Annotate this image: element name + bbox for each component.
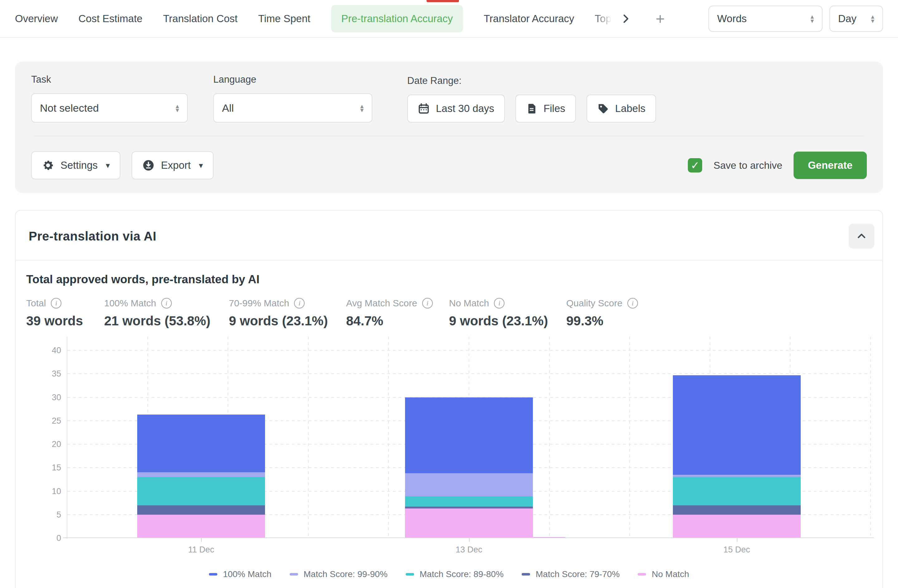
- date-range-button[interactable]: Last 30 days: [407, 94, 505, 123]
- file-icon: [526, 103, 537, 114]
- chart-plot-area: [67, 350, 870, 538]
- gear-icon: [42, 159, 54, 172]
- info-icon[interactable]: i: [294, 298, 304, 308]
- stat-value: 99.3%: [566, 314, 638, 328]
- bar-segment[interactable]: [137, 472, 265, 477]
- files-button-label: Files: [543, 103, 565, 114]
- x-axis: [63, 537, 874, 538]
- chevron-up-icon: [856, 231, 867, 242]
- x-tick-label: 13 Dec: [455, 545, 482, 555]
- files-button[interactable]: Files: [515, 94, 576, 123]
- plus-icon: +: [656, 11, 665, 26]
- chart-legend: 100% MatchMatch Score: 99-90%Match Score…: [26, 569, 872, 579]
- settings-button[interactable]: Settings ▾: [31, 151, 120, 179]
- info-icon[interactable]: i: [627, 298, 638, 308]
- bar-segment[interactable]: [673, 505, 801, 515]
- tab-translator-accuracy[interactable]: Translator Accuracy: [484, 13, 574, 25]
- bar-segment[interactable]: [137, 414, 265, 472]
- settings-button-label: Settings: [60, 159, 98, 171]
- labels-button-label: Labels: [615, 103, 646, 114]
- y-tick-label: 20: [26, 440, 61, 449]
- bar-segment[interactable]: [673, 375, 801, 475]
- bar-segment[interactable]: [673, 475, 801, 477]
- bar-segment[interactable]: [405, 473, 533, 496]
- tabs-scroll-right-button[interactable]: [620, 14, 631, 24]
- select-arrows-icon: ▴▾: [810, 14, 814, 23]
- tag-icon: [597, 103, 609, 114]
- tab-cost-estimate[interactable]: Cost Estimate: [78, 13, 143, 25]
- legend-item[interactable]: 100% Match: [209, 569, 272, 579]
- unit-select-value: Words: [717, 13, 747, 25]
- task-select[interactable]: Not selected ▴▾: [31, 93, 188, 123]
- legend-label: Match Score: 99-90%: [304, 569, 387, 579]
- info-icon[interactable]: i: [161, 298, 172, 308]
- tab-overview[interactable]: Overview: [15, 13, 58, 25]
- language-select[interactable]: All ▴▾: [213, 93, 372, 123]
- tab-top-truncated[interactable]: Top: [595, 13, 612, 25]
- check-icon: ✓: [690, 159, 700, 172]
- generate-button[interactable]: Generate: [793, 152, 867, 179]
- task-label: Task: [31, 74, 213, 85]
- export-button[interactable]: Export ▾: [132, 151, 213, 179]
- info-icon[interactable]: i: [494, 298, 504, 308]
- collapse-card-button[interactable]: [849, 224, 874, 249]
- legend-swatch-icon: [522, 573, 530, 576]
- legend-label: No Match: [652, 569, 689, 579]
- y-tick-label: 10: [26, 486, 61, 496]
- select-arrows-icon: ▴▾: [360, 104, 364, 112]
- y-tick-label: 15: [26, 463, 61, 473]
- info-icon[interactable]: i: [51, 298, 62, 308]
- bar-segment[interactable]: [405, 496, 533, 506]
- legend-item[interactable]: No Match: [638, 569, 689, 579]
- bar-segment[interactable]: [405, 397, 533, 474]
- legend-swatch-icon: [209, 573, 217, 576]
- granularity-select[interactable]: Day ▴▾: [829, 6, 883, 32]
- legend-item[interactable]: Match Score: 79-70%: [522, 569, 620, 579]
- stat-label: Total: [26, 298, 46, 308]
- save-to-archive-checkbox[interactable]: ✓: [688, 158, 702, 172]
- bar-segment[interactable]: [405, 506, 533, 508]
- stat-label: No Match: [449, 298, 489, 308]
- bar-segment[interactable]: [137, 505, 265, 515]
- y-tick-label: 40: [26, 346, 61, 355]
- labels-button[interactable]: Labels: [586, 94, 656, 123]
- stat-label: Quality Score: [566, 298, 622, 308]
- language-label: Language: [213, 74, 372, 85]
- pre-translation-card: Pre-translation via AI Total approved wo…: [15, 210, 883, 588]
- stat-value: 39 words: [26, 314, 104, 328]
- tab-translation-cost[interactable]: Translation Cost: [163, 13, 238, 25]
- screen-share-indicator: [426, 0, 459, 2]
- legend-label: 100% Match: [223, 569, 272, 579]
- legend-item[interactable]: Match Score: 89-80%: [406, 569, 504, 579]
- stat-70-99-match: 70-99% Matchi 9 words (23.1%): [229, 298, 346, 328]
- bar-segment[interactable]: [673, 477, 801, 505]
- unit-select[interactable]: Words ▴▾: [709, 6, 823, 32]
- tab-time-spent[interactable]: Time Spent: [258, 13, 311, 25]
- bar-segment[interactable]: [137, 515, 265, 538]
- select-arrows-icon: ▴▾: [175, 104, 179, 112]
- legend-label: Match Score: 79-70%: [536, 569, 620, 579]
- x-tick-label: 15 Dec: [723, 545, 750, 555]
- legend-swatch-icon: [290, 573, 298, 576]
- add-tab-button[interactable]: +: [656, 11, 665, 26]
- axis-tick: [201, 538, 202, 542]
- bar-segment[interactable]: [405, 508, 533, 538]
- info-icon[interactable]: i: [422, 298, 433, 308]
- bar-segment[interactable]: [673, 515, 801, 538]
- tab-pre-translation-accuracy[interactable]: Pre-translation Accuracy: [331, 5, 463, 32]
- legend-item[interactable]: Match Score: 99-90%: [290, 569, 387, 579]
- y-tick-label: 5: [26, 510, 61, 520]
- granularity-select-value: Day: [838, 13, 856, 25]
- card-subtitle: Total approved words, pre-translated by …: [26, 273, 872, 286]
- gridline: [388, 337, 389, 538]
- download-icon: [142, 159, 155, 172]
- tab-bar: Overview Cost Estimate Translation Cost …: [0, 0, 898, 38]
- caret-down-icon: ▾: [199, 161, 203, 170]
- bar-segment[interactable]: [137, 477, 265, 505]
- top-right-controls: Words ▴▾ Day ▴▾: [709, 6, 883, 32]
- stacked-bar-chart: 100% MatchMatch Score: 99-90%Match Score…: [26, 337, 872, 588]
- language-select-value: All: [222, 102, 234, 114]
- gridline: [629, 337, 630, 538]
- stat-avg-match-score: Avg Match Scorei 84.7%: [346, 298, 449, 328]
- chevron-right-icon: [620, 14, 631, 24]
